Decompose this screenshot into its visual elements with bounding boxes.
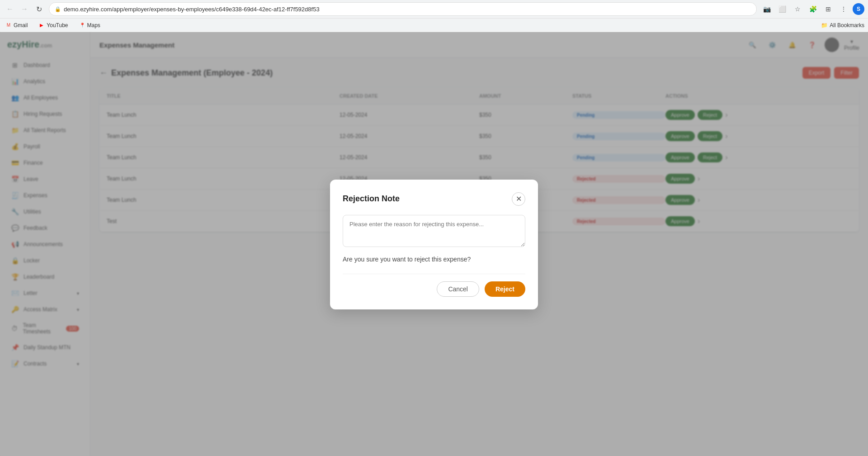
bookmark-button[interactable]: ☆	[791, 3, 804, 15]
modal-overlay[interactable]: Rejection Note ✕ Are you sure you want t…	[0, 32, 868, 456]
browser-top-bar: ← → ↻ 🔒 demo.ezyhire.com/app/employer/ex…	[0, 0, 868, 18]
screenshot-button[interactable]: ⬜	[776, 3, 788, 15]
rejection-note-modal: Rejection Note ✕ Are you sure you want t…	[330, 180, 538, 309]
youtube-icon: ▶	[38, 22, 45, 28]
maps-icon: 📍	[79, 22, 85, 28]
nav-buttons: ← → ↻	[4, 3, 45, 15]
cast-button[interactable]: 📷	[760, 3, 773, 15]
profile-avatar[interactable]: S	[853, 3, 864, 15]
lock-icon: 🔒	[55, 6, 61, 12]
extension-button[interactable]: 🧩	[807, 3, 819, 15]
url-text: demo.ezyhire.com/app/employer/expenses-b…	[64, 6, 751, 13]
modal-close-button[interactable]: ✕	[512, 192, 525, 206]
back-button[interactable]: ←	[4, 3, 16, 15]
bookmark-gmail[interactable]: M Gmail	[4, 21, 29, 29]
bookmark-maps[interactable]: 📍 Maps	[77, 21, 102, 29]
modal-confirm-text: Are you sure you want to reject this exp…	[343, 256, 525, 263]
all-bookmarks[interactable]: 📁 All Bookmarks	[821, 22, 864, 28]
reject-confirm-button[interactable]: Reject	[485, 281, 525, 297]
address-bar[interactable]: 🔒 demo.ezyhire.com/app/employer/expenses…	[49, 2, 757, 16]
browser-chrome: ← → ↻ 🔒 demo.ezyhire.com/app/employer/ex…	[0, 0, 868, 32]
bookmark-youtube-label: YouTube	[47, 22, 68, 28]
all-bookmarks-icon: 📁	[821, 22, 828, 28]
app-container: ezyHire.com ⊞ Dashboard 📊 Analytics 👥 Al…	[0, 32, 868, 456]
rejection-reason-input[interactable]	[343, 215, 525, 247]
gmail-icon: M	[5, 22, 12, 28]
modal-title: Rejection Note	[343, 194, 400, 204]
bookmark-gmail-label: Gmail	[14, 22, 28, 28]
bookmarks-bar: M Gmail ▶ YouTube 📍 Maps 📁 All Bookmarks	[0, 18, 868, 32]
reload-button[interactable]: ↻	[33, 3, 45, 15]
all-bookmarks-label: All Bookmarks	[830, 22, 864, 28]
modal-header: Rejection Note ✕	[343, 192, 525, 206]
bookmark-youtube[interactable]: ▶ YouTube	[37, 21, 70, 29]
browser-actions: 📷 ⬜ ☆ 🧩 ⊞ ⋮ S	[760, 3, 864, 15]
extensions-button[interactable]: ⊞	[822, 3, 835, 15]
cancel-button[interactable]: Cancel	[437, 281, 479, 297]
menu-button[interactable]: ⋮	[837, 3, 850, 15]
bookmark-maps-label: Maps	[87, 22, 100, 28]
forward-button[interactable]: →	[18, 3, 31, 15]
modal-footer: Cancel Reject	[343, 274, 525, 297]
